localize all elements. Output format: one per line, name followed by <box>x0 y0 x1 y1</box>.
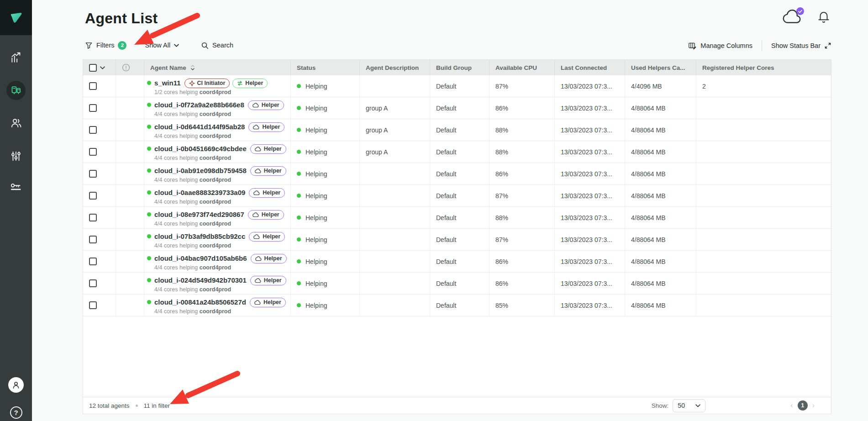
agent-name[interactable]: cloud_i-04bac907d105ab6b6 <box>154 254 247 263</box>
header-last-connected[interactable]: Last Connected <box>555 60 625 75</box>
notifications-bell-icon[interactable] <box>817 9 831 25</box>
page-size-select[interactable]: 50 <box>673 399 705 412</box>
badge-helper-cloud: Helper <box>248 100 284 110</box>
cores-helping-text: 4/4 cores helping <box>154 111 198 117</box>
row-checkbox[interactable] <box>89 236 97 243</box>
badge-label: Helper <box>263 189 280 197</box>
agent-name[interactable]: cloud_i-024d549d942b70301 <box>154 276 247 285</box>
header-agent-description[interactable]: Agent Description <box>360 60 430 75</box>
status-cell: Helping <box>291 119 360 141</box>
sidebar-item-license[interactable] <box>0 177 32 197</box>
coordinator-name: coord4prod <box>200 155 231 161</box>
build-group-cell: Default <box>430 97 489 119</box>
header-available-cpu[interactable]: Available CPU <box>489 60 555 75</box>
registered-cores-cell <box>696 119 831 141</box>
badge-label: CI Initiator <box>197 80 226 87</box>
expand-diagonal-icon <box>824 42 831 49</box>
show-status-bar-button[interactable]: Show Status Bar <box>771 42 831 49</box>
select-menu-chevron-icon[interactable] <box>100 66 105 69</box>
search-control[interactable]: Search <box>201 42 233 49</box>
sidebar-item-users[interactable] <box>0 113 32 133</box>
agent-name[interactable]: cloud_i-0aae8883239733a09 <box>154 189 245 197</box>
agent-name[interactable]: cloud_i-07b3af9db85cb92cc <box>154 232 245 241</box>
status-dot <box>297 281 301 285</box>
show-all-label: Show All <box>145 42 170 49</box>
row-checkbox[interactable] <box>89 258 97 265</box>
agent-name-cell: cloud_i-0d6441d144f95ab28 Helper 4/4 cor… <box>144 119 291 141</box>
row-checkbox[interactable] <box>89 301 97 309</box>
available-cpu-cell: 86% <box>489 163 555 184</box>
app-logo[interactable] <box>0 0 32 35</box>
header-registered-helper-cores[interactable]: Registered Helper Cores <box>696 60 831 75</box>
agent-name[interactable]: cloud_i-0f72a9a2e88b666e8 <box>154 101 244 110</box>
row-checkbox[interactable] <box>89 170 97 178</box>
cloud-status-button[interactable] <box>782 9 803 26</box>
used-helpers-cell: 4/88064 MB <box>625 119 696 141</box>
toolbar-right: Manage Columns Show Status Bar <box>688 39 831 52</box>
badge-list: CI InitiatorHelper <box>184 79 268 88</box>
agent-counts: 12 total agents 11 in filter <box>89 402 652 409</box>
sidebar-item-dashboard[interactable] <box>0 47 32 68</box>
header-used-helpers[interactable]: Used Helpers Ca... <box>625 60 696 75</box>
table-row: cloud_i-0ab91e098db759458 Helper 4/4 cor… <box>83 163 831 185</box>
row-checkbox[interactable] <box>89 214 97 221</box>
sidebar-item-profile[interactable] <box>0 375 32 395</box>
agent-name[interactable]: s_win11 <box>154 79 181 88</box>
avatar <box>8 377 24 393</box>
agent-name[interactable]: cloud_i-00841a24b8506527d <box>154 298 246 307</box>
agent-name[interactable]: cloud_i-0b0451669c49cbdee <box>154 145 247 153</box>
header-status[interactable]: Status <box>291 60 360 75</box>
agent-description-cell <box>360 251 430 272</box>
row-alert-cell <box>116 119 144 141</box>
status-cell: Helping <box>291 141 360 163</box>
header-agent-name[interactable]: Agent Name <box>144 60 291 75</box>
header-select-all[interactable] <box>83 60 116 75</box>
row-checkbox[interactable] <box>89 82 97 90</box>
sort-icon[interactable] <box>190 64 195 71</box>
badge-helper-swap: Helper <box>232 79 268 88</box>
current-page-indicator[interactable]: 1 <box>798 400 808 410</box>
row-checkbox[interactable] <box>89 279 97 287</box>
agent-subtext: 4/4 cores helping coord4prod <box>154 264 287 272</box>
agent-name-cell: cloud_i-00841a24b8506527d Helper 4/4 cor… <box>144 295 291 316</box>
table-row: cloud_i-0aae8883239733a09 Helper 4/4 cor… <box>83 185 831 207</box>
used-helpers-cell: 4/88064 MB <box>625 141 696 163</box>
agent-table-card: Agent Name Status Agent Description Buil… <box>83 59 831 414</box>
agent-name[interactable]: cloud_i-08e973f74ed290867 <box>154 210 244 219</box>
header-build-group[interactable]: Build Group <box>430 60 489 75</box>
select-all-checkbox[interactable] <box>89 64 97 72</box>
status-label: Helping <box>305 280 327 287</box>
row-checkbox[interactable] <box>89 148 97 156</box>
manage-columns-button[interactable]: Manage Columns <box>688 42 752 50</box>
last-connected-cell: 13/03/2023 07:3... <box>555 295 625 316</box>
header-alerts[interactable] <box>116 60 144 75</box>
row-checkbox[interactable] <box>89 192 97 200</box>
sidebar-item-help[interactable]: ? <box>0 402 32 421</box>
agent-online-dot <box>147 190 151 195</box>
table-row: s_win11 CI InitiatorHelper 1/2 cores hel… <box>83 75 831 97</box>
row-checkbox[interactable] <box>89 104 97 112</box>
filters-button[interactable]: Filters 2 <box>85 41 126 50</box>
cores-helping-text: 4/4 cores helping <box>154 286 198 293</box>
next-page-button[interactable]: › <box>812 402 815 409</box>
row-checkbox[interactable] <box>89 126 97 134</box>
last-connected-cell: 13/03/2023 07:3... <box>555 97 625 119</box>
row-alert-cell <box>116 75 144 97</box>
agent-subtext: 4/4 cores helping coord4prod <box>154 111 284 118</box>
agent-name[interactable]: cloud_i-0ab91e098db759458 <box>154 167 247 175</box>
row-alert-cell <box>116 273 144 294</box>
badge-helper-cloud: Helper <box>250 276 286 285</box>
show-all-dropdown[interactable]: Show All <box>145 42 179 49</box>
table-row: cloud_i-00841a24b8506527d Helper 4/4 cor… <box>83 295 831 316</box>
prev-page-button[interactable]: ‹ <box>790 402 793 409</box>
last-connected-cell: 13/03/2023 07:3... <box>555 251 625 272</box>
agent-name[interactable]: cloud_i-0d6441d144f95ab28 <box>154 123 245 132</box>
badge-helper-cloud: Helper <box>250 298 286 307</box>
agent-subtext: 4/4 cores helping coord4prod <box>154 286 286 294</box>
table-empty-space <box>83 316 831 397</box>
sidebar-item-agents[interactable] <box>0 80 32 100</box>
cloud-icon <box>253 212 259 217</box>
agent-description-cell <box>360 229 430 250</box>
sidebar-item-settings[interactable] <box>0 146 32 166</box>
badge-list: Helper <box>249 188 285 198</box>
